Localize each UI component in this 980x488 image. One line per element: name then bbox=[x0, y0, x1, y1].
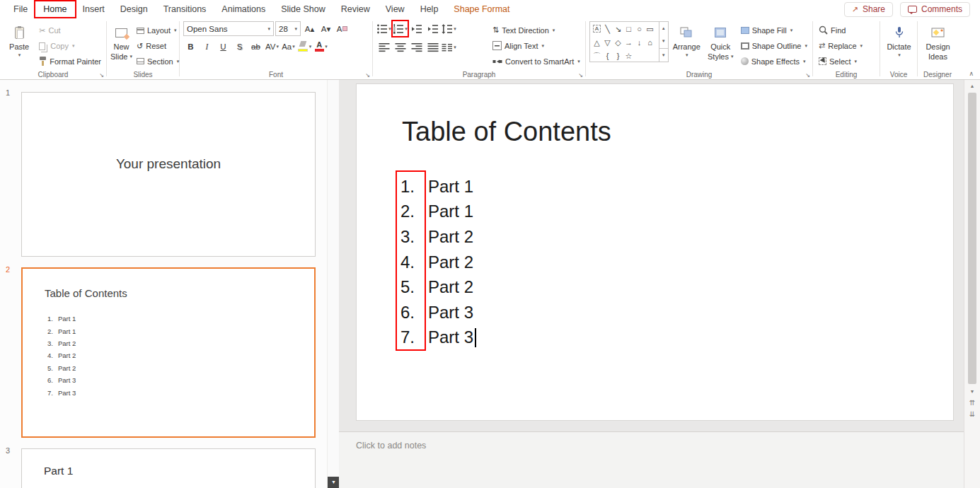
increase-indent-button[interactable] bbox=[425, 21, 440, 36]
gallery-scroll-down-icon[interactable]: ▼ bbox=[659, 35, 668, 47]
shapes-gallery[interactable]: A ╲ ↘ □ ○ ▭ △ ▽ ◇ → ↓ ⌂ bbox=[589, 21, 669, 62]
numbering-button[interactable]: ▾ bbox=[393, 21, 408, 36]
numbering-dropdown-icon[interactable]: ▾ bbox=[405, 26, 408, 32]
font-color-button[interactable]: A ▾ bbox=[313, 39, 328, 54]
arrange-button[interactable]: Arrange ▾ bbox=[671, 21, 703, 69]
align-right-button[interactable] bbox=[409, 40, 424, 54]
diamond-shape-icon[interactable]: ◇ bbox=[613, 36, 623, 50]
font-name-dropdown-icon[interactable]: ▾ bbox=[267, 26, 270, 32]
clear-formatting-button[interactable]: A bbox=[335, 21, 350, 36]
section-dropdown-icon[interactable]: ▾ bbox=[177, 59, 180, 64]
slide-1-thumbnail[interactable]: Your presentation bbox=[21, 92, 316, 257]
quick-styles-button[interactable]: Quick Styles▾ bbox=[705, 21, 737, 69]
notes-placeholder[interactable]: Click to add notes bbox=[356, 441, 426, 451]
arrow-shape-icon[interactable]: ↘ bbox=[613, 23, 623, 36]
line-spacing-dropdown-icon[interactable]: ▾ bbox=[454, 26, 456, 32]
gallery-scroll-up-icon[interactable]: ▲ bbox=[659, 22, 668, 35]
shape-effects-button[interactable]: Shape Effects ▾ bbox=[739, 54, 809, 69]
tab-transitions[interactable]: Transitions bbox=[156, 1, 214, 17]
thumbnails-scroll-down-icon[interactable]: ▼ bbox=[328, 477, 340, 488]
list-item-text[interactable]: Part 2 bbox=[428, 252, 473, 272]
tab-animations[interactable]: Animations bbox=[214, 1, 273, 17]
font-size-dropdown-icon[interactable]: ▾ bbox=[294, 26, 297, 32]
triangle-shape-icon[interactable]: △ bbox=[592, 36, 602, 50]
scrollbar-thumb[interactable] bbox=[968, 93, 976, 384]
change-case-dropdown-icon[interactable]: ▾ bbox=[292, 44, 295, 50]
align-left-button[interactable] bbox=[376, 40, 391, 54]
slide-title-text[interactable]: Table of Contents bbox=[402, 117, 611, 147]
tab-slide-show[interactable]: Slide Show bbox=[273, 1, 333, 17]
text-direction-button[interactable]: ⇅ Text Direction ▾ bbox=[490, 23, 582, 37]
tab-design[interactable]: Design bbox=[113, 1, 156, 17]
grow-font-button[interactable]: A▴ bbox=[302, 21, 317, 36]
character-spacing-dropdown-icon[interactable]: ▾ bbox=[276, 44, 279, 50]
oval-shape-icon[interactable]: ○ bbox=[634, 23, 645, 36]
replace-dropdown-icon[interactable]: ▾ bbox=[860, 43, 863, 49]
paste-button[interactable]: Paste ▾ bbox=[4, 21, 35, 69]
replace-button[interactable]: ⇄ Replace ▾ bbox=[817, 38, 865, 53]
scroll-up-icon[interactable]: ▲ bbox=[964, 83, 980, 88]
shape-outline-dropdown-icon[interactable]: ▾ bbox=[805, 43, 807, 49]
list-item-text[interactable]: Part 2 bbox=[428, 277, 473, 297]
list-item-text[interactable]: Part 1 bbox=[428, 202, 473, 221]
convert-to-smartart-button[interactable]: Convert to SmartArt ▾ bbox=[490, 54, 582, 69]
text-shadow-button[interactable]: S bbox=[232, 39, 247, 54]
select-button[interactable]: Select ▾ bbox=[817, 54, 865, 69]
list-item-text[interactable]: Part 3 bbox=[428, 327, 473, 347]
tab-review[interactable]: Review bbox=[333, 1, 378, 17]
highlight-dropdown-icon[interactable]: ▾ bbox=[309, 44, 312, 50]
list-item-text[interactable]: Part 1 bbox=[428, 177, 473, 197]
tab-shape-format[interactable]: Shape Format bbox=[446, 1, 517, 17]
list-item-text[interactable]: Part 2 bbox=[428, 227, 473, 247]
text-direction-dropdown-icon[interactable]: ▾ bbox=[553, 28, 555, 33]
bullets-dropdown-icon[interactable]: ▾ bbox=[388, 26, 391, 32]
tab-home[interactable]: Home bbox=[35, 1, 74, 17]
layout-dropdown-icon[interactable]: ▾ bbox=[174, 28, 177, 33]
cut-button[interactable]: ✂ Cut bbox=[37, 23, 103, 38]
copy-dropdown-icon[interactable]: ▾ bbox=[72, 43, 75, 49]
underline-button[interactable]: U bbox=[216, 39, 231, 54]
new-slide-button[interactable]: New Slide▾ bbox=[110, 21, 132, 69]
right-brace-shape-icon[interactable]: } bbox=[613, 50, 623, 62]
share-button[interactable]: ↗ Share bbox=[844, 2, 893, 17]
text-highlight-color-button[interactable]: ▾ bbox=[297, 39, 312, 54]
align-text-button[interactable]: Align Text ▾ bbox=[490, 38, 582, 53]
shrink-font-button[interactable]: A▾ bbox=[318, 21, 333, 36]
bold-button[interactable]: B bbox=[183, 39, 198, 54]
comments-button[interactable]: Comments bbox=[900, 2, 970, 17]
thumbnails-scrollbar[interactable]: ▼ bbox=[327, 80, 339, 488]
format-painter-button[interactable]: Format Painter bbox=[37, 54, 103, 69]
justify-button[interactable] bbox=[425, 40, 440, 54]
list-item-text[interactable]: Part 3 bbox=[428, 303, 473, 323]
strikethrough-button[interactable]: ab bbox=[248, 39, 263, 54]
shape-fill-dropdown-icon[interactable]: ▾ bbox=[790, 28, 793, 33]
right-arrow-shape-icon[interactable]: → bbox=[623, 36, 634, 50]
rounded-rectangle-shape-icon[interactable]: ▭ bbox=[645, 23, 655, 36]
copy-button[interactable]: Copy ▾ bbox=[37, 39, 103, 54]
columns-dropdown-icon[interactable]: ▾ bbox=[454, 45, 456, 50]
bullets-button[interactable]: ▾ bbox=[376, 21, 391, 36]
shape-fill-button[interactable]: Shape Fill ▾ bbox=[739, 23, 809, 37]
font-name-combobox[interactable]: Open Sans ▾ bbox=[183, 21, 274, 36]
new-slide-dropdown-icon[interactable]: ▾ bbox=[129, 54, 132, 59]
shape-outline-button[interactable]: Shape Outline ▾ bbox=[739, 38, 809, 53]
gallery-more-icon[interactable]: ▼ bbox=[659, 48, 668, 62]
design-ideas-button[interactable]: Design Ideas bbox=[922, 21, 955, 69]
font-size-combobox[interactable]: 28 ▾ bbox=[275, 21, 301, 36]
smartart-dropdown-icon[interactable]: ▾ bbox=[577, 59, 580, 64]
left-brace-shape-icon[interactable]: { bbox=[602, 50, 613, 62]
font-color-dropdown-icon[interactable]: ▾ bbox=[325, 44, 328, 50]
home-plate-shape-icon[interactable]: ⌂ bbox=[645, 36, 655, 50]
notes-pane[interactable]: Click to add notes bbox=[339, 431, 964, 488]
main-vertical-scrollbar[interactable]: ▲ ▼ ⇈ ⇊ bbox=[964, 80, 980, 488]
tab-insert[interactable]: Insert bbox=[75, 1, 113, 17]
character-spacing-button[interactable]: AV▾ bbox=[265, 39, 279, 54]
tab-help[interactable]: Help bbox=[413, 1, 446, 17]
select-dropdown-icon[interactable]: ▾ bbox=[855, 59, 858, 64]
previous-slide-button[interactable]: ⇈ bbox=[964, 399, 980, 407]
dictate-dropdown-icon[interactable]: ▾ bbox=[898, 52, 901, 58]
arrange-dropdown-icon[interactable]: ▾ bbox=[686, 52, 688, 58]
dictate-button[interactable]: Dictate ▾ bbox=[884, 21, 914, 69]
down-arrow-shape-icon[interactable]: ↓ bbox=[634, 36, 645, 50]
next-slide-button[interactable]: ⇊ bbox=[964, 410, 980, 418]
